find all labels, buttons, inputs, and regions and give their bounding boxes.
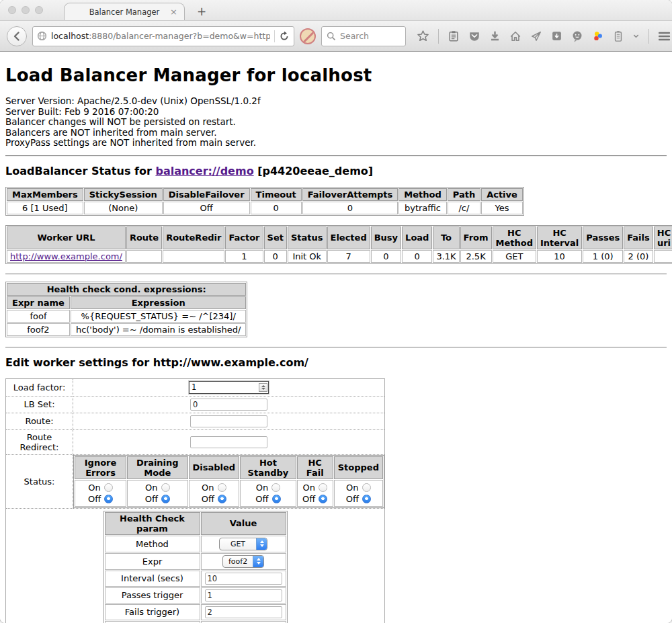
ignore-errors-on-radio[interactable] xyxy=(104,483,113,492)
toolbar-separator xyxy=(648,29,649,44)
draining-mode-off-radio[interactable] xyxy=(161,495,170,503)
bookmarks-clipboard-icon[interactable] xyxy=(448,30,460,42)
disabled-off-radio[interactable] xyxy=(218,495,226,503)
pocket-icon[interactable] xyxy=(468,30,480,42)
cell-method: bytraffic xyxy=(398,202,446,214)
window-controls xyxy=(8,6,43,14)
hc-row-passes: Passes trigger xyxy=(105,587,286,604)
menu-hamburger-icon[interactable] xyxy=(658,31,671,42)
col-hc-interval: HC Interval xyxy=(537,226,582,249)
expr-selected-value: foof2 xyxy=(223,556,253,567)
fails-input[interactable] xyxy=(205,606,282,618)
cell-hc-uri xyxy=(654,250,672,263)
number-spinner-icon[interactable] xyxy=(259,383,267,392)
on-label: On xyxy=(145,482,157,493)
col-draining-mode: Draining Mode xyxy=(127,456,187,479)
cell-load: 0 xyxy=(402,250,432,263)
route-input[interactable] xyxy=(190,415,267,427)
balancer-heading-suffix: [p4420eeae_demo] xyxy=(254,165,374,177)
table-title-row: Health check cond. expressions: xyxy=(7,283,246,296)
downloads-icon[interactable] xyxy=(489,30,501,42)
col-route: Route xyxy=(126,226,162,249)
col-status: Status xyxy=(288,226,327,249)
method-select[interactable]: GET xyxy=(219,538,267,550)
hot-standby-off-radio[interactable] xyxy=(272,495,281,503)
form-row-route: Route: xyxy=(6,413,385,429)
chevron-down-icon[interactable] xyxy=(632,32,640,40)
search-input[interactable] xyxy=(340,31,401,41)
on-label: On xyxy=(346,482,358,493)
disabled-on-radio[interactable] xyxy=(218,483,226,492)
status-cell-hc-fail: On Off xyxy=(297,480,333,507)
url-bar[interactable]: localhost:8880/balancer-manager?b=demo&w… xyxy=(32,26,294,46)
table-header-row: Expr name Expression xyxy=(7,296,246,309)
hc-row-fails: Fails trigger) xyxy=(105,604,286,620)
off-label: Off xyxy=(302,493,315,505)
zoom-window-button[interactable] xyxy=(35,6,43,14)
col-hc-value: Value xyxy=(201,512,286,535)
lb-set-input[interactable] xyxy=(190,399,267,411)
load-factor-stepper[interactable] xyxy=(189,381,269,394)
edit-worker-heading: Edit worker settings for http://www.exam… xyxy=(5,356,667,369)
search-bar[interactable] xyxy=(321,26,406,46)
route-redirect-label: Route Redirect: xyxy=(6,429,73,454)
expr-label: Expr xyxy=(105,553,200,570)
close-window-button[interactable] xyxy=(8,6,16,14)
cell-disablefailover: Off xyxy=(163,202,250,214)
col-busy: Busy xyxy=(371,226,401,249)
col-stickysession: StickySession xyxy=(84,188,163,201)
send-tab-icon[interactable] xyxy=(530,30,542,42)
stopped-off-radio[interactable] xyxy=(362,495,371,503)
stopped-on-radio[interactable] xyxy=(362,483,371,492)
col-hc-param: Health Check param xyxy=(105,512,200,535)
back-button[interactable] xyxy=(7,26,27,46)
battery-extension-icon[interactable] xyxy=(613,30,624,42)
bookmark-star-icon[interactable] xyxy=(417,30,429,42)
interval-input[interactable] xyxy=(205,573,282,585)
hc-uri-label: HC uri xyxy=(105,621,200,623)
tab-balancer-manager[interactable]: Balancer Manager × xyxy=(64,3,185,20)
proxypass-note-line: ProxyPass settings are NOT inherited fro… xyxy=(5,138,667,149)
expr-select[interactable]: foof2 xyxy=(222,555,264,568)
health-check-expressions-table: Health check cond. expressions: Expr nam… xyxy=(5,282,247,337)
cell-set: 0 xyxy=(264,250,287,263)
balancer-demo-link[interactable]: balancer://demo xyxy=(155,165,253,177)
balancer-params-table: MaxMembers StickySession DisableFailover… xyxy=(5,187,524,216)
home-icon[interactable] xyxy=(509,30,521,42)
url-text[interactable]: localhost:8880/balancer-manager?b=demo&w… xyxy=(51,31,270,41)
method-label: Method xyxy=(105,536,200,552)
hot-standby-on-radio[interactable] xyxy=(271,483,280,492)
worker-url-link[interactable]: http://www.example.com/ xyxy=(10,251,122,261)
worker-status-table: Worker URL Route RouteRedir Factor Set S… xyxy=(5,225,672,264)
navigation-toolbar: localhost:8880/balancer-manager?b=demo&w… xyxy=(0,20,672,52)
server-built-line: Server Built: Feb 9 2016 07:00:20 xyxy=(5,107,667,118)
hc-row-method: Method GET xyxy=(105,536,286,552)
table-header-row: MaxMembers StickySession DisableFailover… xyxy=(7,188,523,201)
interval-label: Interval (secs) xyxy=(105,571,200,587)
col-disablefailover: DisableFailover xyxy=(163,188,250,201)
hc-fail-on-radio[interactable] xyxy=(319,483,327,492)
new-tab-button[interactable]: + xyxy=(197,5,206,18)
reload-icon[interactable] xyxy=(279,31,290,42)
status-cell-hot-standby: On Off xyxy=(240,480,296,507)
feedback-smiley-icon[interactable] xyxy=(571,30,583,42)
passes-input[interactable] xyxy=(205,589,282,601)
draining-mode-on-radio[interactable] xyxy=(161,483,170,492)
hc-header-row: Health Check param Value xyxy=(105,512,286,535)
status-cell-disabled: On Off xyxy=(189,480,240,507)
hc-fail-off-radio[interactable] xyxy=(319,495,327,503)
noscript-blocked-icon[interactable] xyxy=(300,28,316,44)
save-to-device-icon[interactable] xyxy=(551,30,562,42)
load-factor-input[interactable] xyxy=(192,382,259,392)
select-stepper-icon xyxy=(256,538,267,550)
on-label: On xyxy=(88,482,100,493)
fails-label: Fails trigger) xyxy=(105,604,200,620)
passes-label: Passes trigger xyxy=(105,587,200,604)
close-tab-icon[interactable]: × xyxy=(170,7,177,17)
extension-colordots-icon[interactable] xyxy=(592,30,604,42)
minimize-window-button[interactable] xyxy=(22,6,30,14)
ignore-errors-off-radio[interactable] xyxy=(104,495,113,503)
route-redirect-input[interactable] xyxy=(190,436,267,448)
expr-row: foof2 hc('body') =~ /domain is establish… xyxy=(7,323,246,336)
cell-fails: 2 (0) xyxy=(624,250,653,263)
